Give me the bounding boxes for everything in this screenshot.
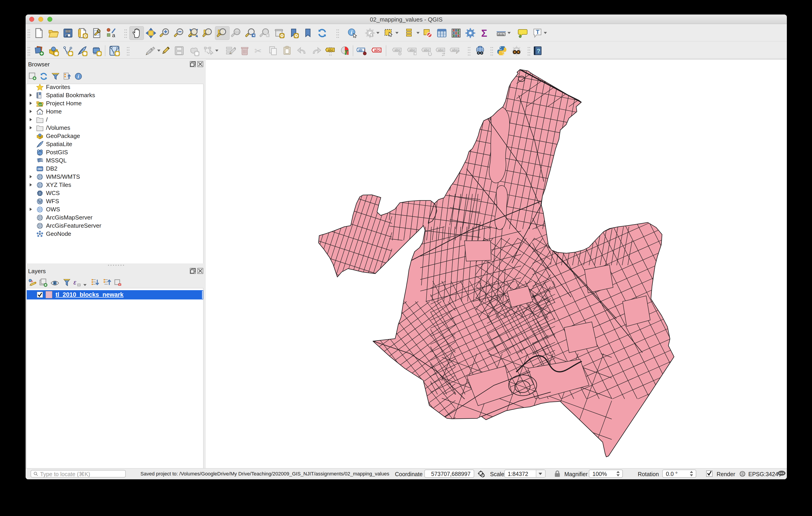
svg-text:abc: abc bbox=[395, 48, 400, 52]
svg-text:abc: abc bbox=[424, 48, 430, 52]
svg-text:i: i bbox=[78, 73, 79, 79]
svg-text:Σ: Σ bbox=[481, 28, 487, 38]
svg-text:abc: abc bbox=[438, 48, 444, 52]
svg-text:abc: abc bbox=[409, 48, 415, 52]
svg-text:ε: ε bbox=[74, 279, 76, 286]
svg-text:a: a bbox=[112, 32, 115, 38]
svg-text:i: i bbox=[351, 29, 352, 36]
svg-text:?: ? bbox=[537, 48, 540, 54]
svg-text:1:1: 1:1 bbox=[235, 31, 239, 34]
svg-text:DB2: DB2 bbox=[37, 168, 42, 170]
svg-text:✂: ✂ bbox=[255, 46, 262, 56]
svg-text:abc: abc bbox=[328, 48, 334, 52]
svg-text:abc: abc bbox=[452, 48, 458, 52]
svg-text:ab: ab bbox=[358, 48, 362, 52]
svg-text:abc: abc bbox=[374, 48, 380, 52]
svg-text:T: T bbox=[536, 29, 540, 35]
